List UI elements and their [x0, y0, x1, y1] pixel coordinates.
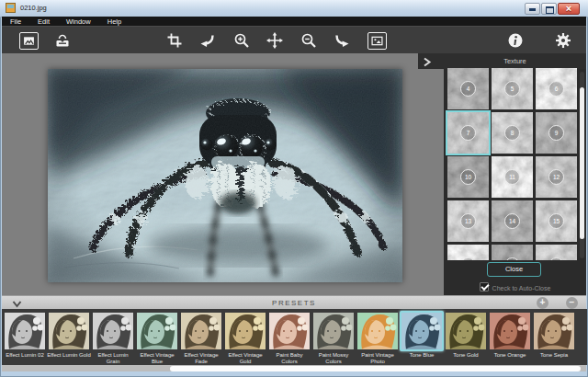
- preset-thumbnail: [135, 311, 179, 351]
- texture-number: 10: [460, 169, 476, 185]
- editing-canvas: [2, 53, 444, 295]
- preset-label: Paint Mossy Colors: [311, 352, 356, 365]
- texture-number: 4: [460, 81, 476, 97]
- texture-grid: 456789101112131415161718: [444, 68, 582, 260]
- menu-item-edit[interactable]: Edit: [29, 17, 58, 26]
- redo-icon[interactable]: [334, 32, 350, 49]
- presets-header-bar: PRESETS + −: [2, 295, 586, 309]
- texture-tile-4[interactable]: 4: [447, 68, 489, 109]
- preset-label: Effect Lumin Grain: [91, 352, 135, 365]
- preset-thumbnail: [91, 311, 135, 351]
- preset-tone-sepia[interactable]: Tone Sepia: [532, 309, 576, 365]
- preset-label: Tone Sepia: [532, 352, 576, 359]
- preset-thumbnail: [267, 311, 311, 351]
- export-icon[interactable]: [54, 32, 71, 49]
- close-window-button[interactable]: [558, 3, 580, 15]
- texture-tile-5[interactable]: 5: [492, 68, 533, 109]
- preset-effect-vintage-gold[interactable]: Effect Vintage Gold: [223, 309, 267, 365]
- menu-item-window[interactable]: Window: [58, 17, 99, 26]
- preset-thumbnail: [356, 311, 400, 351]
- texture-tile-7[interactable]: 7: [447, 112, 489, 154]
- preview-icon[interactable]: [368, 32, 387, 50]
- texture-number: 6: [548, 81, 564, 97]
- texture-number: 14: [504, 213, 520, 229]
- texture-tile-12[interactable]: 12: [536, 156, 577, 198]
- info-icon[interactable]: [507, 32, 524, 49]
- texture-tile-8[interactable]: 8: [492, 112, 533, 154]
- texture-tile-16[interactable]: 16: [447, 245, 489, 260]
- texture-tile-6[interactable]: 6: [536, 68, 577, 109]
- texture-number: 5: [504, 81, 520, 97]
- undo-icon[interactable]: [199, 32, 216, 49]
- add-preset-button[interactable]: +: [537, 297, 548, 309]
- menu-item-help[interactable]: Help: [99, 17, 130, 26]
- texture-scrollbar-thumb[interactable]: [580, 87, 584, 239]
- texture-tile-14[interactable]: 14: [492, 200, 533, 242]
- texture-panel: 456789101112131415161718 Close Check to …: [444, 69, 586, 295]
- close-panel-button[interactable]: Close: [487, 262, 541, 277]
- preset-tone-orange[interactable]: Tone Orange: [488, 309, 532, 365]
- texture-tile-10[interactable]: 10: [447, 156, 489, 198]
- preset-thumbnail: [532, 311, 576, 351]
- preset-paint-baby-colors[interactable]: Paint Baby Colors: [267, 309, 311, 365]
- preset-label: Effect Vintage Blue: [135, 352, 179, 365]
- menu-item-file[interactable]: File: [2, 17, 29, 26]
- preset-effect-lumin-grain[interactable]: Effect Lumin Grain: [91, 309, 135, 365]
- minimize-button[interactable]: [525, 3, 540, 15]
- texture-number: 11: [504, 169, 520, 185]
- presets-strip: Effect Lumin 02Effect Lumin GoldEffect L…: [2, 309, 587, 365]
- preset-thumbnail: [400, 311, 444, 351]
- preset-thumbnail: [179, 311, 223, 351]
- settings-icon[interactable]: [555, 32, 571, 49]
- preset-label: Effect Vintage Gold: [223, 352, 267, 365]
- move-icon[interactable]: [266, 32, 283, 49]
- preset-effect-lumin-02[interactable]: Effect Lumin 02: [3, 309, 47, 365]
- texture-tile-11[interactable]: 11: [492, 156, 533, 198]
- preset-thumbnail: [223, 311, 267, 351]
- preset-label: Effect Lumin Gold: [47, 352, 91, 359]
- presets-scrollbar-thumb[interactable]: [170, 366, 581, 371]
- auto-close-option[interactable]: Check to Auto-Close: [444, 282, 586, 291]
- texture-number: 12: [548, 169, 564, 185]
- preset-thumbnail: [488, 311, 532, 351]
- toolbar: [2, 26, 586, 53]
- title-bar: 0210.jpg: [0, 0, 588, 17]
- maximize-button[interactable]: [541, 3, 557, 15]
- preset-label: Tone Gold: [444, 352, 488, 359]
- preset-label: Paint Baby Colors: [267, 352, 311, 365]
- preset-label: Effect Lumin 02: [3, 352, 47, 359]
- open-image-icon[interactable]: [19, 32, 39, 50]
- preset-effect-vintage-fade[interactable]: Effect Vintage Fade: [179, 309, 223, 365]
- crop-icon[interactable]: [166, 32, 183, 49]
- preset-label: Tone Blue: [400, 352, 444, 359]
- texture-number: 9: [548, 125, 564, 141]
- preset-tone-blue[interactable]: Tone Blue: [400, 309, 444, 365]
- app-window: 0210.jpg FileEditWindowHelp: [0, 0, 588, 377]
- texture-tile-18[interactable]: 18: [536, 245, 577, 260]
- menu-bar: FileEditWindowHelp: [2, 17, 586, 26]
- preset-thumbnail: [47, 311, 91, 351]
- texture-tile-9[interactable]: 9: [536, 112, 577, 154]
- texture-panel-title: Texture: [444, 57, 586, 65]
- preset-thumbnail: [3, 311, 47, 351]
- preset-tone-gold[interactable]: Tone Gold: [444, 309, 488, 365]
- panel-collapse-icon[interactable]: [421, 55, 433, 67]
- remove-preset-button[interactable]: −: [566, 297, 578, 309]
- preset-label: Paint Vintage Photo: [356, 352, 400, 365]
- zoom-in-icon[interactable]: [233, 32, 250, 49]
- texture-number: 8: [504, 125, 520, 141]
- preset-effect-vintage-blue[interactable]: Effect Vintage Blue: [135, 309, 179, 365]
- preset-effect-lumin-gold[interactable]: Effect Lumin Gold: [47, 309, 91, 365]
- auto-close-checkbox[interactable]: [480, 282, 489, 291]
- zoom-out-icon[interactable]: [300, 32, 317, 49]
- texture-tile-17[interactable]: 17: [492, 245, 533, 260]
- texture-tile-13[interactable]: 13: [447, 200, 489, 242]
- texture-number: 13: [460, 213, 476, 229]
- preset-paint-mossy-colors[interactable]: Paint Mossy Colors: [311, 309, 356, 365]
- window-title: 0210.jpg: [20, 4, 47, 12]
- preset-thumbnail: [444, 311, 488, 351]
- preset-paint-vintage-photo[interactable]: Paint Vintage Photo: [356, 309, 400, 365]
- presets-scrollbar-track[interactable]: [2, 365, 586, 371]
- texture-scrollbar-track[interactable]: [580, 72, 584, 258]
- texture-tile-15[interactable]: 15: [536, 200, 577, 242]
